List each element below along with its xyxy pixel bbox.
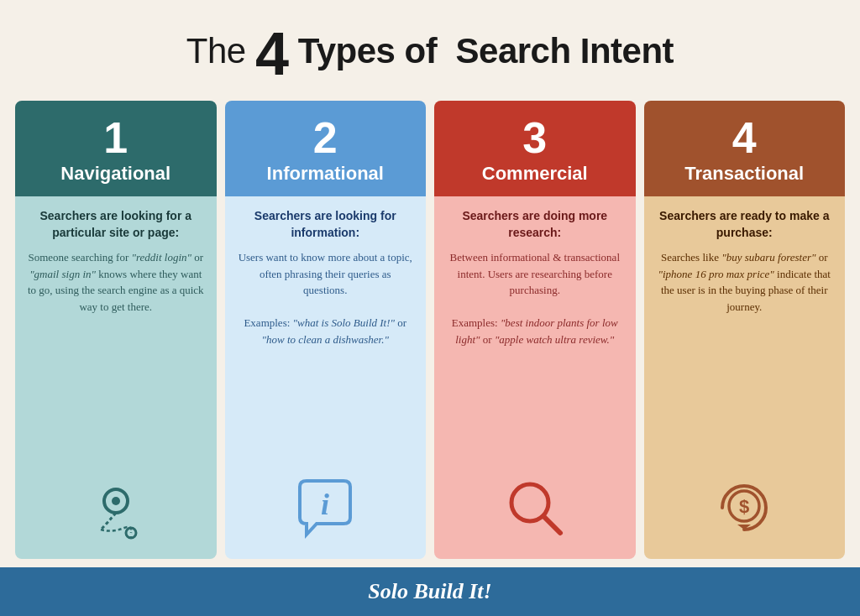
card-trans-header: 4 Transactional bbox=[644, 101, 846, 196]
card-info-header: 2 Informational bbox=[225, 101, 427, 196]
search-magnifier-icon bbox=[446, 467, 624, 551]
card-trans-number: 4 bbox=[654, 116, 836, 159]
card-comm-subtitle: Searchers are doing more research: bbox=[446, 208, 624, 241]
title-suffix: Types of Search Intent bbox=[298, 31, 674, 70]
svg-point-1 bbox=[112, 497, 120, 505]
svg-text:$: $ bbox=[739, 496, 749, 517]
card-commercial: 3 Commercial Searchers are doing more re… bbox=[434, 101, 636, 559]
card-comm-body: Searchers are doing more research: Betwe… bbox=[434, 196, 636, 559]
card-nav-number: 1 bbox=[25, 116, 207, 159]
card-navigational: 1 Navigational Searchers are looking for… bbox=[15, 101, 217, 559]
dollar-cycle-icon: $ bbox=[656, 467, 834, 551]
card-nav-header: 1 Navigational bbox=[15, 101, 217, 196]
card-trans-body: Searchers are ready to make a purchase: … bbox=[644, 196, 846, 559]
card-comm-header: 3 Commercial bbox=[434, 101, 636, 196]
svg-line-5 bbox=[543, 516, 560, 533]
card-nav-desc: Someone searching for "reddit login" or … bbox=[27, 249, 205, 459]
main-title: The 4 Types of Search Intent bbox=[0, 0, 860, 101]
infographic: The 4 Types of Search Intent 1 Navigatio… bbox=[0, 0, 860, 616]
title-prefix: The bbox=[186, 31, 246, 70]
card-trans-subtitle: Searchers are ready to make a purchase: bbox=[656, 208, 834, 241]
card-transactional: 4 Transactional Searchers are ready to m… bbox=[644, 101, 846, 559]
svg-text:i: i bbox=[321, 488, 329, 521]
card-info-number: 2 bbox=[235, 116, 417, 159]
card-trans-desc: Searches like "buy subaru forester" or "… bbox=[656, 249, 834, 459]
cards-row: 1 Navigational Searchers are looking for… bbox=[0, 101, 860, 567]
card-comm-desc: Between informational & transactional in… bbox=[446, 249, 624, 459]
card-info-title: Informational bbox=[235, 163, 417, 185]
footer-brand: Solo Build It! bbox=[12, 579, 848, 604]
card-nav-subtitle: Searchers are looking for a particular s… bbox=[27, 208, 205, 241]
card-comm-title: Commercial bbox=[444, 163, 626, 185]
footer: Solo Build It! bbox=[0, 567, 860, 616]
card-info-subtitle: Searchers are looking for information: bbox=[237, 208, 415, 241]
card-trans-title: Transactional bbox=[654, 163, 836, 185]
title-number: 4 bbox=[255, 20, 289, 87]
card-comm-number: 3 bbox=[444, 116, 626, 159]
card-nav-body: Searchers are looking for a particular s… bbox=[15, 196, 217, 559]
info-icon: i bbox=[237, 467, 415, 551]
card-info-desc: Users want to know more about a topic, o… bbox=[237, 249, 415, 459]
card-info-body: Searchers are looking for information: U… bbox=[225, 196, 427, 559]
card-nav-title: Navigational bbox=[25, 163, 207, 185]
navigation-icon bbox=[27, 467, 205, 551]
card-informational: 2 Informational Searchers are looking fo… bbox=[225, 101, 427, 559]
